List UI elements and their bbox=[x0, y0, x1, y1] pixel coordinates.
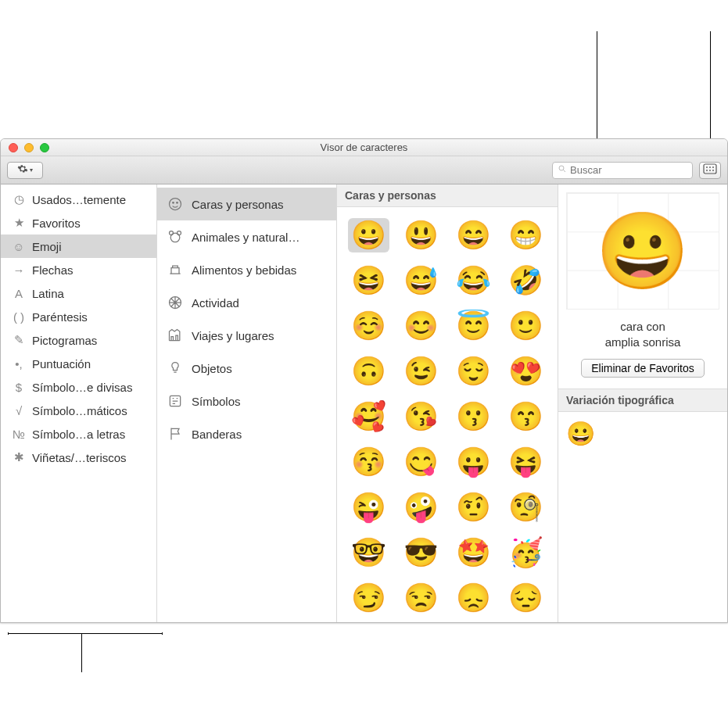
subcategory-list: Caras y personasAnimales y natural…Alime… bbox=[157, 184, 337, 622]
sidebar-item-4[interactable]: ALatina bbox=[1, 281, 156, 305]
character-viewer-window: Visor de caracteres ▾ ◷Usados…temente★Fa… bbox=[0, 138, 728, 623]
variation-cell[interactable]: 😀 bbox=[566, 421, 595, 446]
preview-box: 😀 bbox=[566, 192, 719, 310]
emoji-cell[interactable]: 😀 bbox=[348, 218, 389, 252]
search-field[interactable] bbox=[552, 162, 693, 179]
emoji-cell[interactable]: 😛 bbox=[453, 445, 494, 479]
emoji-cell[interactable]: 😁 bbox=[505, 218, 547, 252]
sidebar-item-9[interactable]: √Símbolo…máticos bbox=[1, 399, 156, 422]
emoji-cell[interactable]: 🥰 bbox=[348, 399, 389, 434]
sidebar-item-10[interactable]: №Símbolo…a letras bbox=[1, 422, 156, 446]
subcategory-icon bbox=[167, 392, 184, 410]
parens-icon: ( ) bbox=[12, 310, 26, 324]
emoji-cell[interactable]: 🤓 bbox=[348, 535, 389, 570]
variation-header: Variación tipográfica bbox=[558, 389, 727, 412]
emoji-cell[interactable]: 😃 bbox=[400, 218, 442, 252]
emoji-cell[interactable]: 😔 bbox=[505, 581, 547, 615]
emoji-cell[interactable]: 😒 bbox=[400, 581, 442, 615]
emoji-cell[interactable]: 🤩 bbox=[453, 535, 494, 570]
emoji-cell[interactable]: 😞 bbox=[453, 581, 494, 615]
subcategory-item-1[interactable]: Animales y natural… bbox=[157, 220, 336, 253]
subcategory-item-2[interactable]: Alimentos y bebidas bbox=[157, 253, 336, 286]
subcategory-icon bbox=[167, 228, 184, 245]
emoji-cell[interactable]: 🤣 bbox=[505, 263, 547, 298]
subcategory-item-5[interactable]: Objetos bbox=[157, 352, 336, 385]
star-icon: ★ bbox=[12, 216, 26, 230]
emoji-cell[interactable]: ☺️ bbox=[348, 309, 389, 343]
sidebar-item-8[interactable]: $Símbolo…e divisas bbox=[1, 375, 156, 399]
callout-bracket-sidebar-h bbox=[8, 633, 163, 634]
emoji-cell[interactable]: 😘 bbox=[400, 399, 442, 434]
search-icon bbox=[558, 164, 567, 176]
emoji-cell[interactable]: 🥳 bbox=[505, 535, 547, 570]
sidebar-item-5[interactable]: ( )Paréntesis bbox=[1, 305, 156, 328]
emoji-cell[interactable]: 😜 bbox=[348, 490, 389, 525]
subcategory-label: Símbolos bbox=[192, 395, 241, 408]
sidebar-item-label: Viñetas/…teriscos bbox=[32, 451, 127, 464]
emoji-cell[interactable]: 😆 bbox=[348, 263, 389, 298]
window-title: Visor de caracteres bbox=[1, 141, 727, 153]
settings-menu-button[interactable]: ▾ bbox=[7, 162, 43, 179]
emoji-cell[interactable]: 😎 bbox=[400, 535, 442, 570]
emoji-cell[interactable]: 😊 bbox=[400, 309, 442, 343]
sidebar-item-3[interactable]: →Flechas bbox=[1, 258, 156, 281]
emoji-cell[interactable]: 🤪 bbox=[400, 490, 442, 525]
pictogram-icon: ✎ bbox=[12, 333, 26, 347]
emoji-cell[interactable]: 🤨 bbox=[453, 490, 494, 525]
dollar-icon: $ bbox=[12, 380, 26, 394]
sidebar-item-1[interactable]: ★Favoritos bbox=[1, 211, 156, 235]
emoji-grid-panel: Caras y personas 😀😃😄😁😆😅😂🤣☺️😊😇🙂🙃😉😌😍🥰😘😗😙😚😋… bbox=[337, 184, 558, 622]
sidebar-item-label: Puntuación bbox=[32, 357, 91, 371]
emoji-cell[interactable]: 😚 bbox=[348, 445, 389, 479]
asterisk-icon: ✱ bbox=[12, 450, 26, 464]
svg-rect-2 bbox=[704, 164, 716, 174]
emoji-cell[interactable]: 😅 bbox=[400, 263, 442, 298]
toggle-view-button[interactable] bbox=[699, 162, 721, 179]
subcategory-label: Viajes y lugares bbox=[192, 329, 274, 342]
subcategory-icon bbox=[167, 294, 184, 311]
emoji-cell[interactable]: 😏 bbox=[348, 581, 389, 615]
emoji-cell[interactable]: 😉 bbox=[400, 354, 442, 389]
svg-point-0 bbox=[559, 166, 564, 170]
preview-glyph: 😀 bbox=[596, 213, 690, 288]
subcategory-item-0[interactable]: Caras y personas bbox=[157, 188, 336, 220]
keyboard-icon bbox=[703, 163, 717, 177]
detail-panel: 😀 cara con amplia sonrisa Eliminar de Fa… bbox=[558, 184, 727, 622]
callout-tick bbox=[8, 632, 9, 635]
remove-favorite-button[interactable]: Eliminar de Favoritos bbox=[581, 359, 705, 378]
sidebar-item-7[interactable]: •,Puntuación bbox=[1, 352, 156, 375]
punct-icon: •, bbox=[12, 356, 26, 371]
emoji-cell[interactable]: 😂 bbox=[453, 263, 494, 298]
sidebar-item-11[interactable]: ✱Viñetas/…teriscos bbox=[1, 446, 156, 469]
svg-point-3 bbox=[706, 167, 708, 168]
svg-point-8 bbox=[712, 170, 714, 171]
emoji-cell[interactable]: 🧐 bbox=[505, 490, 547, 525]
subcategory-item-3[interactable]: Actividad bbox=[157, 286, 336, 319]
sidebar-item-label: Flechas bbox=[32, 263, 74, 277]
sidebar-item-0[interactable]: ◷Usados…temente bbox=[1, 188, 156, 211]
emoji-cell[interactable]: 😝 bbox=[505, 445, 547, 479]
emoji-cell[interactable]: 😇 bbox=[453, 309, 494, 343]
emoji-cell[interactable]: 😌 bbox=[453, 354, 494, 389]
variation-grid: 😀 bbox=[558, 412, 727, 455]
emoji-cell[interactable]: 😗 bbox=[453, 399, 494, 434]
emoji-cell[interactable]: 😋 bbox=[400, 445, 442, 479]
subcategory-icon bbox=[167, 195, 184, 213]
sidebar-item-6[interactable]: ✎Pictogramas bbox=[1, 328, 156, 352]
sidebar-item-2[interactable]: ☺Emoji bbox=[1, 235, 156, 258]
subcategory-label: Actividad bbox=[192, 296, 239, 310]
emoji-cell[interactable]: 😍 bbox=[505, 354, 547, 389]
svg-point-4 bbox=[709, 167, 711, 168]
subcategory-item-4[interactable]: Viajes y lugares bbox=[157, 319, 336, 352]
svg-line-1 bbox=[564, 170, 566, 173]
gear-icon bbox=[17, 163, 28, 177]
subcategory-icon bbox=[167, 261, 184, 278]
search-input[interactable] bbox=[570, 164, 701, 176]
subcategory-icon bbox=[167, 327, 184, 344]
emoji-cell[interactable]: 😙 bbox=[505, 399, 547, 434]
emoji-cell[interactable]: 🙂 bbox=[505, 309, 547, 343]
subcategory-item-6[interactable]: Símbolos bbox=[157, 385, 336, 417]
subcategory-item-7[interactable]: Banderas bbox=[157, 417, 336, 450]
emoji-cell[interactable]: 🙃 bbox=[348, 354, 389, 389]
emoji-cell[interactable]: 😄 bbox=[453, 218, 494, 252]
